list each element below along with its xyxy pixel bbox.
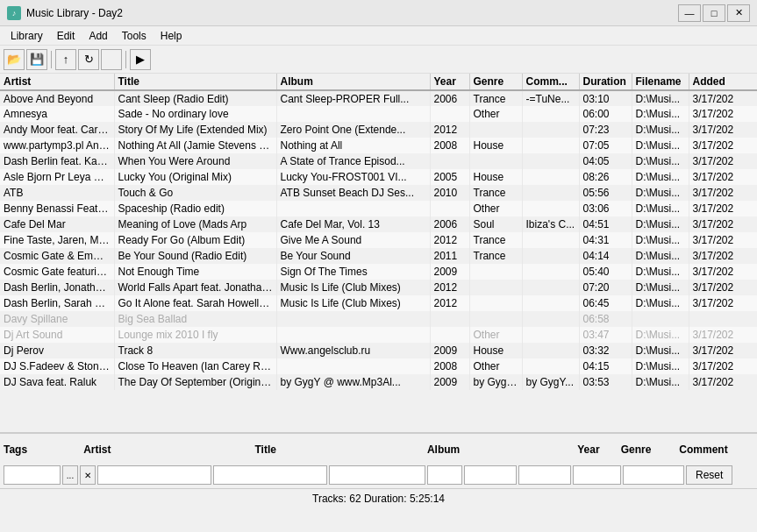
cell-title: Cant Sleep (Radio Edit) [114, 90, 276, 106]
cell-filename: D:\Musi... [632, 343, 689, 358]
tags-browse-button[interactable]: ... [62, 465, 78, 485]
cell-comment [522, 248, 579, 264]
col-header-album[interactable]: Album [276, 74, 430, 90]
menu-help[interactable]: Help [154, 28, 189, 43]
duration-filter-input[interactable] [573, 465, 621, 485]
cell-duration: 05:56 [579, 185, 632, 201]
col-header-title[interactable]: Title [114, 74, 276, 90]
menu-add[interactable]: Add [82, 28, 114, 43]
maximize-button[interactable]: □ [703, 4, 725, 22]
cell-added: 3/17/202 [689, 343, 757, 358]
table-header-row: Artist Title Album Year Genre Comm... Du… [0, 74, 757, 90]
cell-genre [469, 311, 522, 327]
cell-album: Music Is Life (Club Mixes) [276, 295, 430, 311]
window-title: Music Library - Day2 [26, 7, 123, 19]
artist-filter-input[interactable] [97, 465, 211, 485]
cell-title: Sade - No ordinary love [114, 106, 276, 122]
toolbar: 📂 💾 ↑ ↻ ▶ [0, 46, 757, 74]
col-header-artist[interactable]: Artist [0, 74, 114, 90]
cell-comment [522, 106, 579, 122]
table-row[interactable]: DJ Sava feat. RalukThe Day Of September … [0, 374, 757, 390]
col-header-year[interactable]: Year [430, 74, 469, 90]
cell-artist: Dj Perov [0, 343, 114, 358]
cell-album [276, 327, 430, 343]
table-row[interactable]: Dash Berlin feat. Kate ...When You Were … [0, 153, 757, 169]
tags-clear-button[interactable]: ✕ [80, 465, 96, 485]
table-row[interactable]: Dj PerovTrack 8Www.angelsclub.ru2009Hous… [0, 343, 757, 358]
open-button[interactable]: 📂 [4, 49, 25, 70]
col-header-duration[interactable]: Duration [579, 74, 632, 90]
table-row[interactable]: ATBTouch & GoATB Sunset Beach DJ Ses...2… [0, 185, 757, 201]
cell-artist: Andy Moor feat. Carrie... [0, 122, 114, 138]
up-button[interactable]: ↑ [55, 49, 76, 70]
cell-album: Sign Of The Times [276, 264, 430, 280]
year-filter-input[interactable] [427, 465, 462, 485]
cell-duration: 07:05 [579, 138, 632, 153]
genre-filter-input[interactable] [464, 465, 517, 485]
col-header-genre[interactable]: Genre [469, 74, 522, 90]
cell-added: 3/17/202 [689, 358, 757, 374]
tags-filter-input[interactable] [4, 465, 61, 485]
app-icon: ♪ [7, 6, 21, 20]
table-row[interactable]: Fine Taste, Jaren, Mitis...Ready For Go … [0, 232, 757, 248]
cell-comment: by GygY... [522, 374, 579, 390]
comment-filter-label: Comment [679, 443, 727, 456]
col-header-added[interactable]: Added [689, 74, 757, 90]
cell-title: Go It Alone feat. Sarah Howells (… [114, 295, 276, 311]
album-filter-label: Album [427, 443, 460, 456]
table-row[interactable]: Dj Art SoundLounge mix 2010 I flyOther03… [0, 327, 757, 343]
table-body: Above And BeyondCant Sleep (Radio Edit)C… [0, 90, 757, 390]
col-header-comment[interactable]: Comm... [522, 74, 579, 90]
cell-album: Nothing at All [276, 138, 430, 153]
menu-tools[interactable]: Tools [115, 28, 154, 43]
table-row[interactable]: Davy SpillaneBig Sea Ballad06:58 [0, 311, 757, 327]
status-text: Tracks: 62 Duration: 5:25:14 [312, 493, 445, 505]
cell-genre: Other [469, 106, 522, 122]
save-button[interactable]: 💾 [26, 49, 47, 70]
col-header-filename[interactable]: Filename [632, 74, 689, 90]
cell-year: 2012 [430, 122, 469, 138]
table-row[interactable]: Asle Bjorn Pr Leya Ft A...Lucky You (Ori… [0, 169, 757, 185]
cell-added: 3/17/202 [689, 280, 757, 295]
cell-added: 3/17/202 [689, 90, 757, 106]
table-row[interactable]: Cosmic Gate featuring ...Not Enough Time… [0, 264, 757, 280]
table-row[interactable]: Cosmic Gate & Emma ...Be Your Sound (Rad… [0, 248, 757, 264]
cell-comment [522, 232, 579, 248]
filename-filter-input[interactable] [623, 465, 684, 485]
cell-duration: 06:45 [579, 295, 632, 311]
menu-library[interactable]: Library [4, 28, 50, 43]
cell-genre [469, 264, 522, 280]
play-button[interactable]: ▶ [130, 49, 151, 70]
minimize-button[interactable]: — [678, 4, 701, 22]
track-table-container[interactable]: Artist Title Album Year Genre Comm... Du… [0, 74, 757, 433]
table-row[interactable]: Above And BeyondCant Sleep (Radio Edit)C… [0, 90, 757, 106]
cell-genre [469, 295, 522, 311]
blank-button[interactable] [101, 49, 122, 70]
cell-title: Spaceship (Radio edit) [114, 201, 276, 216]
table-row[interactable]: DJ S.Fadeev & Stonebri...Close To Heaven… [0, 358, 757, 374]
table-row[interactable]: Dash Berlin, Sarah How...Go It Alone fea… [0, 295, 757, 311]
cell-album: by GygY @ www.Mp3Al... [276, 374, 430, 390]
cell-duration: 08:26 [579, 169, 632, 185]
table-row[interactable]: AmnesyaSade - No ordinary loveOther06:00… [0, 106, 757, 122]
table-row[interactable]: Dash Berlin, Jonathan ...World Falls Apa… [0, 280, 757, 295]
cell-year: 2006 [430, 90, 469, 106]
title-filter-input[interactable] [213, 465, 327, 485]
comment-filter-input[interactable] [518, 465, 571, 485]
close-button[interactable]: ✕ [727, 4, 750, 22]
album-filter-input[interactable] [329, 465, 425, 485]
cell-added [689, 311, 757, 327]
cell-added: 3/17/202 [689, 264, 757, 280]
cell-title: World Falls Apart feat. Jonathan ... [114, 280, 276, 295]
table-row[interactable]: Cafe Del MarMeaning of Love (Mads ArpCaf… [0, 216, 757, 232]
table-row[interactable]: Benny Benassi Feat KelisSpaceship (Radio… [0, 201, 757, 216]
cell-added: 3/17/202 [689, 374, 757, 390]
table-row[interactable]: Andy Moor feat. Carrie...Story Of My Lif… [0, 122, 757, 138]
menu-edit[interactable]: Edit [50, 28, 82, 43]
table-row[interactable]: www.partymp3.pl Ang...Nothing At All (Ja… [0, 138, 757, 153]
refresh-button[interactable]: ↻ [78, 49, 99, 70]
cell-album: Cant Sleep-PROPER Full... [276, 90, 430, 106]
cell-genre: Soul [469, 216, 522, 232]
reset-button[interactable]: Reset [686, 465, 732, 485]
cell-duration: 04:05 [579, 153, 632, 169]
